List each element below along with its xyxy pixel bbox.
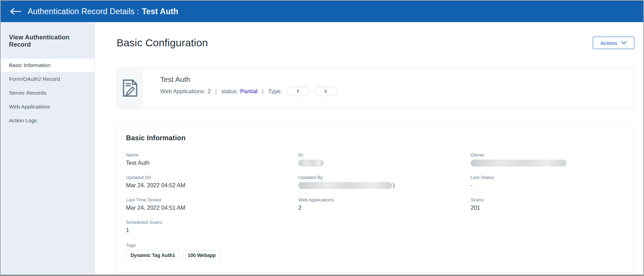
redacted-suffix: )	[393, 182, 395, 189]
field-value: -	[471, 182, 625, 189]
record-name: Test Auth	[160, 75, 337, 84]
field-label: Owner	[471, 152, 625, 158]
sidebar-item-action-logs[interactable]: Action Logs	[1, 114, 94, 127]
redacted-value	[298, 160, 324, 166]
field-label: Updated On	[126, 175, 298, 180]
field-updated-on: Updated On Mar 24, 2022 04:52 AM	[126, 175, 298, 189]
breadcrumb-record-name: Test Auth	[142, 7, 178, 16]
field-value: Mar 24, 2022 04:51 AM	[126, 204, 298, 211]
field-value: Test Auth	[126, 159, 298, 166]
record-summary-content: Test Auth Web Applications: 2 | status: …	[143, 68, 337, 108]
record-icon-box	[117, 68, 143, 108]
chevron-down-icon	[621, 41, 627, 45]
sidebar-item-web-applications[interactable]: Web Applications	[1, 100, 94, 113]
sidebar: View Authentication Record Basic Informa…	[1, 22, 95, 275]
basic-information-grid: Name Test Auth ID Owner Updated On Mar 2…	[126, 152, 625, 234]
actions-button-label: Actions	[600, 40, 617, 46]
status-label: status:	[221, 88, 238, 95]
tags-block: Tags Dynamic Tag Auth1 100 Webapp	[126, 242, 625, 260]
web-applications-label: Web Applications:	[160, 88, 206, 95]
field-label: Last Time Tested	[126, 197, 298, 202]
app-window: Authentication Record Details :Test Auth…	[0, 0, 644, 276]
field-value	[298, 159, 471, 166]
tag-chip: Dynamic Tag Auth1	[126, 250, 180, 260]
arrow-left-icon	[10, 8, 21, 15]
field-updated-by: Updated By )	[298, 175, 471, 189]
field-scans: Scans 201	[471, 197, 625, 211]
type-badge-f: F	[287, 87, 309, 96]
sidebar-item-server-records[interactable]: Server Records	[1, 86, 94, 99]
redacted-value	[471, 160, 566, 166]
actions-button[interactable]: Actions	[593, 37, 634, 49]
field-id: ID	[298, 152, 471, 166]
document-edit-icon	[121, 79, 139, 97]
page-breadcrumb-title: Authentication Record Details :Test Auth	[28, 7, 178, 16]
field-web-applications: Web Applications 2	[298, 197, 471, 211]
field-label: Name	[126, 152, 298, 158]
back-button[interactable]	[9, 5, 22, 18]
field-owner: Owner	[471, 152, 625, 166]
field-label: ID	[298, 152, 471, 158]
sidebar-item-basic-information[interactable]: Basic Information	[1, 59, 94, 72]
tags-chips: Dynamic Tag Auth1 100 Webapp	[126, 250, 625, 260]
main-header: Basic Configuration Actions	[117, 36, 634, 50]
web-applications-count: 2	[208, 88, 211, 95]
field-name: Name Test Auth	[126, 152, 298, 166]
sidebar-item-form-oauth2-record[interactable]: Form/OAuth2 Record	[1, 73, 94, 86]
meta-separator: |	[215, 88, 217, 95]
sidebar-heading: View Authentication Record	[1, 22, 94, 59]
basic-information-card: Basic Information Name Test Auth ID Owne…	[117, 125, 634, 273]
breadcrumb-label: Authentication Record Details :	[28, 7, 139, 16]
field-value: Mar 24, 2022 04:52 AM	[126, 182, 298, 189]
redacted-value	[298, 182, 392, 189]
field-last-time-tested: Last Time Tested Mar 24, 2022 04:51 AM	[126, 197, 298, 211]
field-label: Updated By	[298, 175, 471, 180]
page-title: Basic Configuration	[117, 37, 208, 49]
basic-information-heading: Basic Information	[126, 134, 625, 142]
field-scheduled-scans: Scheduled Scans 1	[126, 220, 298, 234]
field-label: Web Applications	[298, 197, 471, 202]
record-summary-card: Test Auth Web Applications: 2 | status: …	[117, 68, 634, 108]
field-value: )	[298, 182, 471, 189]
tags-label: Tags	[126, 242, 625, 248]
field-label: Scans	[471, 197, 625, 202]
type-badge-s: S	[315, 87, 337, 96]
field-label: Last Status	[471, 175, 625, 180]
field-label: Scheduled Scans	[126, 220, 298, 225]
meta-separator: |	[262, 88, 263, 95]
field-value: 2	[298, 204, 471, 211]
field-value	[471, 159, 625, 166]
main-content: Basic Configuration Actions	[95, 22, 643, 275]
field-value: 1	[126, 227, 298, 234]
record-meta: Web Applications: 2 | status: Partial | …	[160, 87, 337, 96]
tag-chip: 100 Webapp	[183, 250, 220, 260]
top-bar: Authentication Record Details :Test Auth	[1, 1, 643, 22]
field-value: 201	[471, 204, 625, 211]
status-value: Partial	[240, 88, 257, 95]
field-last-status: Last Status -	[471, 175, 625, 189]
type-label: Type:	[268, 88, 282, 95]
